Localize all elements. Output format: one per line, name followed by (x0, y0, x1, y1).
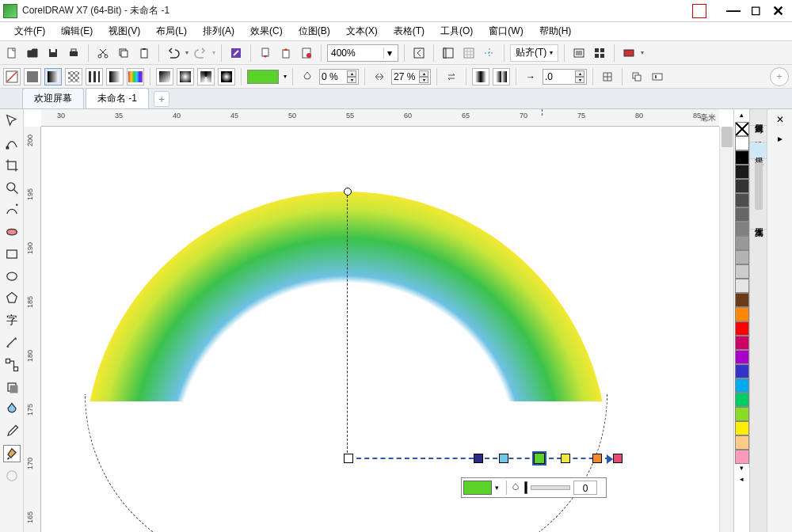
cut-icon[interactable] (94, 44, 112, 62)
reverse-fill-icon[interactable] (443, 68, 460, 86)
transparency-tool-icon[interactable] (3, 401, 21, 418)
color-swatch[interactable] (735, 393, 749, 407)
menu-f[interactable]: 文件(F) (6, 23, 53, 40)
popup-slider-thumb[interactable] (524, 481, 527, 494)
options-icon[interactable] (570, 44, 588, 62)
vertical-scrollbar[interactable] (719, 127, 733, 532)
color-swatch[interactable] (735, 136, 749, 150)
print-icon[interactable] (65, 44, 82, 62)
maximize-button[interactable]: ☐ (744, 3, 767, 19)
shape-tool-icon[interactable] (3, 135, 21, 152)
color-swatch[interactable] (735, 407, 749, 421)
free-scale-icon[interactable] (599, 68, 616, 86)
paste-icon[interactable] (135, 44, 153, 62)
menu-b[interactable]: 位图(B) (291, 23, 338, 40)
edit-fill-icon[interactable] (649, 68, 666, 86)
canvas[interactable]: ▾ 0 (41, 127, 719, 532)
copy-icon[interactable] (115, 44, 132, 62)
color-swatch[interactable] (735, 264, 749, 279)
popup-transparency-value[interactable]: 0 (573, 481, 597, 495)
color-swatch[interactable] (735, 364, 749, 378)
open-icon[interactable] (24, 44, 41, 62)
color-swatch[interactable] (735, 150, 749, 165)
text-tool-icon[interactable]: 字 (3, 312, 21, 329)
no-fill-icon[interactable] (3, 68, 21, 86)
undo-icon[interactable] (165, 44, 182, 62)
gradient-color-node[interactable] (499, 454, 508, 463)
menu-o[interactable]: 工具(O) (432, 23, 481, 40)
menu-x[interactable]: 文本(X) (338, 23, 386, 40)
new-tab-button[interactable]: + (154, 91, 169, 107)
linear-gradient-icon[interactable] (156, 68, 173, 86)
show-guides-icon[interactable] (481, 44, 498, 62)
import-icon[interactable] (257, 44, 274, 62)
polygon-tool-icon[interactable] (3, 290, 21, 307)
crop-tool-icon[interactable] (3, 157, 21, 174)
show-grid-icon[interactable] (460, 44, 478, 62)
conical-gradient-icon[interactable] (197, 68, 215, 86)
menu-a[interactable]: 排列(A) (195, 23, 242, 40)
color-swatch[interactable] (735, 222, 749, 236)
freehand-tool-icon[interactable] (3, 201, 21, 218)
tab-welcome[interactable]: 欢迎屏幕 (22, 88, 84, 108)
color-swatch[interactable] (735, 307, 749, 321)
color-swatch[interactable] (735, 450, 749, 464)
pattern-fill-icon[interactable] (65, 68, 82, 86)
horizontal-ruler[interactable]: 毫米 303540455055606570758085 (41, 109, 719, 127)
gradient-end-node[interactable] (613, 454, 623, 463)
zoom-level-input[interactable]: 400%▾ (327, 44, 398, 62)
postscript-fill-icon[interactable] (127, 68, 144, 86)
snap-to-button[interactable]: 贴齐(T)▾ (510, 44, 558, 62)
gradient-color-node[interactable] (561, 454, 570, 463)
connector-tool-icon[interactable] (3, 356, 21, 374)
color-swatch[interactable] (735, 179, 749, 193)
gradient-color-node[interactable] (592, 454, 602, 463)
drop-shadow-icon[interactable] (3, 378, 21, 396)
color-swatch[interactable] (735, 193, 749, 207)
close-docker-icon[interactable]: ✕ (771, 111, 789, 128)
color-swatch[interactable] (735, 336, 749, 350)
gradient-vector[interactable] (348, 458, 618, 459)
twocolor-pattern-icon[interactable] (86, 68, 103, 86)
user-badge-icon[interactable] (692, 4, 706, 18)
uniform-fill-icon[interactable] (24, 68, 41, 86)
rainbow-object[interactable] (85, 192, 607, 401)
redo-icon[interactable] (192, 44, 209, 62)
publish-pdf-icon[interactable] (298, 44, 315, 62)
repeat-icon[interactable] (493, 68, 510, 86)
rectangle-tool-icon[interactable] (3, 245, 21, 263)
color-swatch[interactable] (735, 350, 749, 364)
fullscreen-icon[interactable] (410, 44, 428, 62)
add-preset-button[interactable]: + (770, 67, 789, 86)
docker-tab[interactable]: 对象属性 (750, 109, 767, 126)
save-icon[interactable] (44, 44, 62, 62)
color-swatch[interactable] (735, 435, 749, 450)
gradient-color-node[interactable] (474, 454, 483, 463)
palette-expand-icon[interactable]: ◂ (740, 475, 744, 486)
popup-slider-track[interactable] (531, 485, 570, 490)
square-gradient-icon[interactable] (218, 68, 235, 86)
fountain-fill-icon[interactable] (44, 68, 62, 86)
close-button[interactable]: ✕ (767, 3, 789, 19)
color-swatch[interactable] (735, 321, 749, 336)
menu-e[interactable]: 编辑(E) (53, 23, 101, 40)
menu-l[interactable]: 布局(L) (148, 23, 195, 40)
color-swatch[interactable] (735, 293, 749, 307)
export-icon[interactable] (277, 44, 295, 62)
eyedropper-icon[interactable] (3, 423, 21, 440)
node-position-input[interactable]: 27 %▴▾ (391, 69, 431, 85)
gradient-start-handle[interactable] (344, 454, 353, 463)
launcher-icon[interactable] (591, 44, 608, 62)
color-swatch[interactable] (735, 421, 749, 435)
app-switch-icon[interactable] (620, 44, 638, 62)
vertical-ruler[interactable]: 200195190185180175170165 (24, 127, 41, 532)
menu-h[interactable]: 帮助(H) (531, 23, 580, 40)
gradient-color-node[interactable] (534, 453, 545, 464)
docker-tab[interactable]: 提示 (750, 142, 767, 159)
menu-v[interactable]: 视图(V) (101, 23, 148, 40)
gradient-end-arrow[interactable] (607, 454, 613, 464)
no-color-swatch[interactable] (735, 122, 749, 136)
expand-docker-icon[interactable]: ▸ (771, 130, 789, 147)
palette-down-icon[interactable]: ▾ (740, 464, 744, 475)
menu-c[interactable]: 效果(C) (242, 23, 291, 40)
